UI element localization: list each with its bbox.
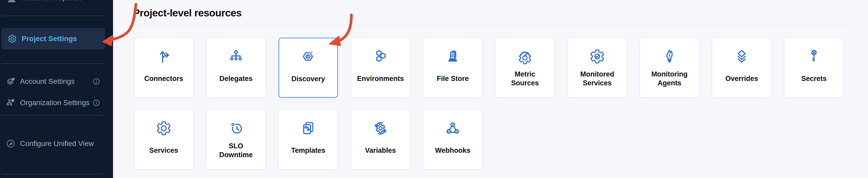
- card-metric-sources[interactable]: Metric Sources: [495, 38, 555, 97]
- sidebar-item-label: Account Settings: [20, 77, 74, 86]
- overrides-icon: [734, 49, 750, 64]
- card-label: Overrides: [714, 68, 769, 89]
- card-delegates[interactable]: Delegates: [206, 38, 266, 97]
- discovery-icon: [301, 49, 316, 64]
- card-label: SLO Downtime: [209, 140, 263, 161]
- card-label: Discovery: [281, 68, 335, 89]
- card-secrets[interactable]: Secrets: [784, 38, 844, 97]
- sidebar-item-account-settings[interactable]: Account Settings: [0, 73, 113, 89]
- card-webhooks[interactable]: Webhooks: [423, 110, 482, 170]
- info-icon[interactable]: [93, 99, 100, 107]
- account-layers-icon: [6, 77, 16, 86]
- secrets-icon: [806, 49, 822, 63]
- card-label: Connectors: [136, 68, 191, 89]
- card-label: Services: [136, 140, 191, 161]
- card-label: Variables: [353, 140, 408, 161]
- sidebar-divider: [2, 16, 104, 16]
- sidebar-item-label: Project Settings: [22, 35, 77, 43]
- sidebar-item-label: Organization Settings: [20, 99, 90, 107]
- chevron-right-icon: [93, 0, 100, 2]
- card-label: File Store: [426, 68, 480, 89]
- card-connectors[interactable]: Connectors: [134, 38, 193, 97]
- card-label: Webhooks: [426, 140, 480, 161]
- sidebar-item-label: Configure Unified View: [20, 140, 94, 148]
- gear-icon: [7, 34, 17, 44]
- connectors-icon: [156, 49, 172, 64]
- sidebar-divider: [2, 63, 104, 64]
- card-environments[interactable]: Environments: [351, 38, 410, 97]
- card-label: Environments: [353, 68, 408, 89]
- services-icon: [156, 120, 172, 136]
- card-label: Secrets: [787, 68, 841, 89]
- page-title: Project-level resources: [133, 7, 242, 19]
- card-services[interactable]: Services: [134, 110, 193, 170]
- delegates-icon: [228, 49, 244, 64]
- file-store-icon: [445, 49, 461, 64]
- card-monitored-services[interactable]: Monitored Services: [567, 38, 627, 97]
- card-label: Metric Sources: [498, 68, 552, 89]
- monitoring-agents-icon: [661, 49, 678, 64]
- slo-downtime-icon: [228, 120, 244, 136]
- card-label: Delegates: [209, 68, 263, 89]
- org-chart-icon: [6, 98, 16, 108]
- monitored-services-icon: [589, 49, 605, 64]
- siren-icon: [6, 0, 18, 4]
- webhooks-icon: [445, 120, 461, 136]
- metric-sources-icon: [517, 49, 533, 64]
- card-label: Monitoring Agents: [642, 68, 697, 89]
- card-label: Monitored Services: [570, 68, 624, 89]
- sidebar: Incident Response Project Settings: [0, 0, 113, 178]
- sidebar-item-label: Incident Response: [22, 0, 82, 2]
- card-variables[interactable]: Variables: [351, 110, 410, 170]
- info-icon[interactable]: [93, 78, 100, 85]
- card-overrides[interactable]: Overrides: [712, 38, 771, 97]
- card-discovery[interactable]: Discovery: [279, 38, 338, 97]
- environments-icon: [372, 49, 389, 64]
- sidebar-divider: [2, 174, 104, 174]
- sidebar-item-configure-unified-view[interactable]: Configure Unified View: [0, 136, 113, 151]
- sidebar-divider: [2, 115, 104, 116]
- variables-icon: [372, 120, 389, 136]
- card-monitoring-agents[interactable]: Monitoring Agents: [640, 38, 699, 97]
- sidebar-item-incident-response[interactable]: Incident Response: [0, 0, 113, 7]
- sidebar-item-organization-settings[interactable]: Organization Settings: [0, 95, 113, 111]
- card-templates[interactable]: Templates: [279, 110, 338, 170]
- templates-icon: [300, 120, 316, 136]
- content-divider: [133, 25, 849, 26]
- card-slo-downtime[interactable]: SLO Downtime: [206, 110, 266, 170]
- page: Incident Response Project Settings: [0, 0, 868, 178]
- sidebar-item-project-settings[interactable]: Project Settings: [2, 28, 105, 50]
- card-file-store[interactable]: File Store: [423, 38, 482, 97]
- wrench-circle-icon: [6, 139, 16, 149]
- card-label: Templates: [281, 140, 336, 161]
- resource-card-grid: Connectors Delegates Discovery Environme…: [134, 38, 859, 170]
